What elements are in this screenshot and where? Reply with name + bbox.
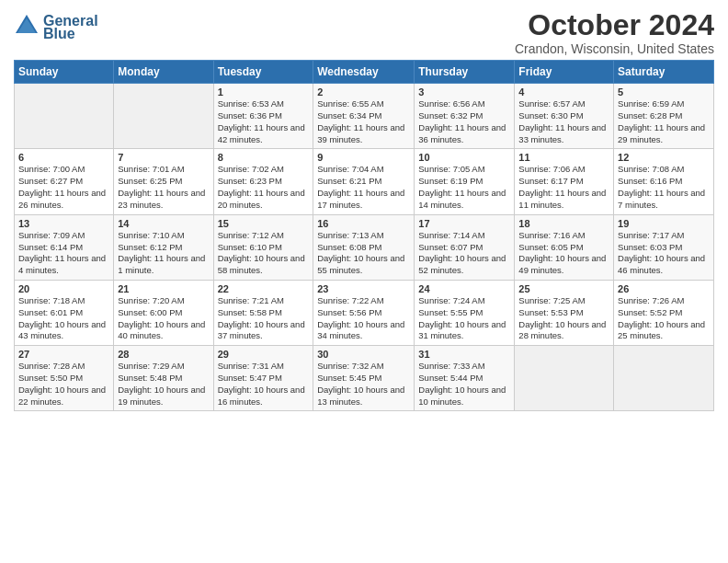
calendar-cell: 19Sunrise: 7:17 AM Sunset: 6:03 PM Dayli… — [614, 214, 714, 280]
day-number: 14 — [118, 218, 209, 229]
calendar-cell: 15Sunrise: 7:12 AM Sunset: 6:10 PM Dayli… — [213, 214, 313, 280]
day-number: 15 — [218, 218, 310, 229]
cell-info: Sunrise: 6:53 AM Sunset: 6:36 PM Dayligh… — [218, 98, 310, 145]
day-number: 2 — [317, 86, 410, 98]
cell-info: Sunrise: 7:29 AM Sunset: 5:48 PM Dayligh… — [118, 361, 209, 408]
calendar-cell: 12Sunrise: 7:08 AM Sunset: 6:16 PM Dayli… — [614, 149, 714, 214]
cell-info: Sunrise: 7:00 AM Sunset: 6:27 PM Dayligh… — [18, 164, 109, 211]
day-number: 3 — [418, 86, 510, 98]
cell-info: Sunrise: 7:32 AM Sunset: 5:45 PM Dayligh… — [317, 361, 410, 408]
calendar-cell: 1Sunrise: 6:53 AM Sunset: 6:36 PM Daylig… — [213, 84, 313, 149]
cell-info: Sunrise: 7:16 AM Sunset: 6:05 PM Dayligh… — [518, 230, 609, 277]
cell-info: Sunrise: 7:09 AM Sunset: 6:14 PM Dayligh… — [18, 230, 109, 277]
cell-info: Sunrise: 7:05 AM Sunset: 6:19 PM Dayligh… — [418, 164, 510, 211]
day-number: 31 — [418, 349, 510, 360]
day-number: 4 — [518, 86, 609, 98]
calendar-cell: 17Sunrise: 7:14 AM Sunset: 6:07 PM Dayli… — [415, 214, 515, 280]
calendar-cell: 11Sunrise: 7:06 AM Sunset: 6:17 PM Dayli… — [515, 149, 614, 214]
calendar-cell: 9Sunrise: 7:04 AM Sunset: 6:21 PM Daylig… — [313, 149, 415, 214]
calendar-cell: 4Sunrise: 6:57 AM Sunset: 6:30 PM Daylig… — [515, 84, 614, 149]
calendar-cell: 18Sunrise: 7:16 AM Sunset: 6:05 PM Dayli… — [515, 214, 614, 280]
day-number: 24 — [418, 283, 510, 294]
day-number: 29 — [218, 349, 310, 360]
day-number: 30 — [317, 349, 410, 360]
cell-info: Sunrise: 7:21 AM Sunset: 5:58 PM Dayligh… — [218, 295, 310, 342]
calendar-cell: 14Sunrise: 7:10 AM Sunset: 6:12 PM Dayli… — [114, 214, 213, 280]
weekday-header: Saturday — [614, 61, 714, 84]
cell-info: Sunrise: 7:12 AM Sunset: 6:10 PM Dayligh… — [218, 230, 310, 277]
cell-info: Sunrise: 6:55 AM Sunset: 6:34 PM Dayligh… — [317, 98, 410, 145]
cell-info: Sunrise: 7:06 AM Sunset: 6:17 PM Dayligh… — [518, 164, 609, 211]
page-container: General Blue October 2024 Crandon, Wisco… — [0, 0, 728, 420]
day-number: 22 — [218, 283, 310, 294]
calendar-cell: 2Sunrise: 6:55 AM Sunset: 6:34 PM Daylig… — [313, 84, 415, 149]
day-number: 6 — [18, 152, 109, 163]
cell-info: Sunrise: 7:17 AM Sunset: 6:03 PM Dayligh… — [618, 230, 710, 277]
location: Crandon, Wisconsin, United States — [515, 41, 714, 56]
day-number: 17 — [418, 218, 510, 229]
day-number: 11 — [518, 152, 609, 163]
calendar-week-row: 20Sunrise: 7:18 AM Sunset: 6:01 PM Dayli… — [15, 280, 714, 345]
cell-info: Sunrise: 7:13 AM Sunset: 6:08 PM Dayligh… — [317, 230, 410, 277]
day-number: 13 — [18, 218, 109, 229]
calendar-cell: 26Sunrise: 7:26 AM Sunset: 5:52 PM Dayli… — [614, 280, 714, 345]
calendar-cell — [114, 84, 213, 149]
cell-info: Sunrise: 7:31 AM Sunset: 5:47 PM Dayligh… — [218, 361, 310, 408]
calendar-week-row: 13Sunrise: 7:09 AM Sunset: 6:14 PM Dayli… — [15, 214, 714, 280]
calendar-cell: 28Sunrise: 7:29 AM Sunset: 5:48 PM Dayli… — [114, 346, 213, 411]
cell-info: Sunrise: 7:28 AM Sunset: 5:50 PM Dayligh… — [18, 361, 109, 408]
cell-info: Sunrise: 6:56 AM Sunset: 6:32 PM Dayligh… — [418, 98, 510, 145]
weekday-header: Monday — [114, 61, 213, 84]
calendar-week-row: 6Sunrise: 7:00 AM Sunset: 6:27 PM Daylig… — [15, 149, 714, 214]
cell-info: Sunrise: 7:14 AM Sunset: 6:07 PM Dayligh… — [418, 230, 510, 277]
calendar-cell: 8Sunrise: 7:02 AM Sunset: 6:23 PM Daylig… — [213, 149, 313, 214]
weekday-header: Thursday — [415, 61, 515, 84]
cell-info: Sunrise: 7:04 AM Sunset: 6:21 PM Dayligh… — [317, 164, 410, 211]
day-number: 26 — [618, 283, 710, 294]
cell-info: Sunrise: 7:24 AM Sunset: 5:55 PM Dayligh… — [418, 295, 510, 342]
calendar-table: SundayMondayTuesdayWednesdayThursdayFrid… — [14, 60, 714, 411]
calendar-cell: 27Sunrise: 7:28 AM Sunset: 5:50 PM Dayli… — [15, 346, 114, 411]
day-number: 1 — [218, 86, 310, 98]
calendar-cell: 16Sunrise: 7:13 AM Sunset: 6:08 PM Dayli… — [313, 214, 415, 280]
day-number: 25 — [518, 283, 609, 294]
cell-info: Sunrise: 6:57 AM Sunset: 6:30 PM Dayligh… — [518, 98, 609, 145]
cell-info: Sunrise: 7:10 AM Sunset: 6:12 PM Dayligh… — [118, 230, 209, 277]
cell-info: Sunrise: 7:08 AM Sunset: 6:16 PM Dayligh… — [618, 164, 710, 211]
calendar-cell — [15, 84, 114, 149]
calendar-cell: 31Sunrise: 7:33 AM Sunset: 5:44 PM Dayli… — [415, 346, 515, 411]
day-number: 18 — [518, 218, 609, 229]
calendar-header-row: SundayMondayTuesdayWednesdayThursdayFrid… — [15, 61, 714, 84]
weekday-header: Tuesday — [213, 61, 313, 84]
calendar-cell: 30Sunrise: 7:32 AM Sunset: 5:45 PM Dayli… — [313, 346, 415, 411]
day-number: 5 — [618, 86, 710, 98]
cell-info: Sunrise: 7:02 AM Sunset: 6:23 PM Dayligh… — [218, 164, 310, 211]
day-number: 16 — [317, 218, 410, 229]
day-number: 27 — [18, 349, 109, 360]
calendar-cell: 24Sunrise: 7:24 AM Sunset: 5:55 PM Dayli… — [415, 280, 515, 345]
cell-info: Sunrise: 7:22 AM Sunset: 5:56 PM Dayligh… — [317, 295, 410, 342]
day-number: 23 — [317, 283, 410, 294]
weekday-header: Sunday — [15, 61, 114, 84]
cell-info: Sunrise: 7:18 AM Sunset: 6:01 PM Dayligh… — [18, 295, 109, 342]
month-title: October 2024 — [515, 9, 714, 41]
header: General Blue October 2024 Crandon, Wisco… — [14, 9, 714, 56]
day-number: 8 — [218, 152, 310, 163]
day-number: 28 — [118, 349, 209, 360]
day-number: 21 — [118, 283, 209, 294]
cell-info: Sunrise: 7:25 AM Sunset: 5:53 PM Dayligh… — [518, 295, 609, 342]
cell-info: Sunrise: 7:33 AM Sunset: 5:44 PM Dayligh… — [418, 361, 510, 408]
calendar-cell: 10Sunrise: 7:05 AM Sunset: 6:19 PM Dayli… — [415, 149, 515, 214]
calendar-cell — [515, 346, 614, 411]
cell-info: Sunrise: 7:20 AM Sunset: 6:00 PM Dayligh… — [118, 295, 209, 342]
calendar-cell: 22Sunrise: 7:21 AM Sunset: 5:58 PM Dayli… — [213, 280, 313, 345]
day-number: 12 — [618, 152, 710, 163]
title-block: October 2024 Crandon, Wisconsin, United … — [515, 9, 714, 56]
calendar-cell: 5Sunrise: 6:59 AM Sunset: 6:28 PM Daylig… — [614, 84, 714, 149]
calendar-cell: 6Sunrise: 7:00 AM Sunset: 6:27 PM Daylig… — [15, 149, 114, 214]
day-number: 20 — [18, 283, 109, 294]
calendar-cell: 29Sunrise: 7:31 AM Sunset: 5:47 PM Dayli… — [213, 346, 313, 411]
calendar-cell: 21Sunrise: 7:20 AM Sunset: 6:00 PM Dayli… — [114, 280, 213, 345]
cell-info: Sunrise: 7:26 AM Sunset: 5:52 PM Dayligh… — [618, 295, 710, 342]
logo-text: General Blue — [43, 13, 98, 42]
